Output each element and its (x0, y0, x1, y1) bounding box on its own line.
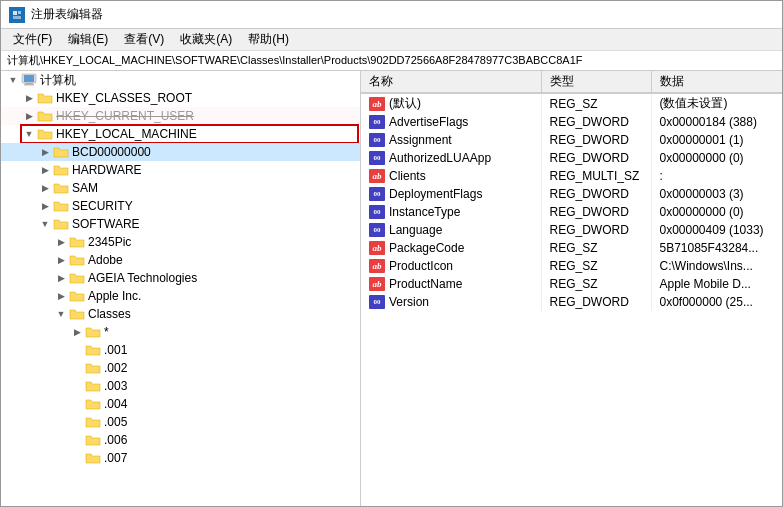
table-row[interactable]: 00AuthorizedLUAAppREG_DWORD0x00000000 (0… (361, 149, 782, 167)
folder-icon-star (85, 325, 101, 339)
reg-dword-icon: 00 (369, 187, 385, 201)
reg-name-text: AdvertiseFlags (389, 115, 468, 129)
folder-icon-bcd (53, 145, 69, 159)
node-004-label: .004 (104, 397, 127, 411)
menu-edit[interactable]: 编辑(E) (60, 29, 116, 50)
table-row[interactable]: 00LanguageREG_DWORD0x00000409 (1033) (361, 221, 782, 239)
node-005-label: .005 (104, 415, 127, 429)
tree-node-computer[interactable]: ▼ 计算机 (1, 71, 360, 89)
table-row[interactable]: 00InstanceTypeREG_DWORD0x00000000 (0) (361, 203, 782, 221)
node-hkcr-label: HKEY_CLASSES_ROOT (56, 91, 192, 105)
reg-name-cell: 00AdvertiseFlags (361, 113, 541, 131)
reg-name-cell: 00Language (361, 221, 541, 239)
reg-dword-icon: 00 (369, 151, 385, 165)
folder-icon-software (53, 217, 69, 231)
tree-node-software[interactable]: ▼ SOFTWARE (1, 215, 360, 233)
col-header-type[interactable]: 类型 (541, 71, 651, 93)
folder-icon-007 (85, 451, 101, 465)
reg-sz-icon: ab (369, 241, 385, 255)
reg-name-cell: 00Assignment (361, 131, 541, 149)
table-row[interactable]: abProductIconREG_SZC:\Windows\Ins... (361, 257, 782, 275)
tree-node-006[interactable]: ▶ .006 (1, 431, 360, 449)
reg-type-cell: REG_DWORD (541, 185, 651, 203)
expand-icon-bcd: ▶ (37, 144, 53, 160)
table-row[interactable]: ab(默认)REG_SZ(数值未设置) (361, 93, 782, 113)
tree-node-star[interactable]: ▶ * (1, 323, 360, 341)
tree-node-bcd[interactable]: ▶ BCD00000000 (1, 143, 360, 161)
tree-node-007[interactable]: ▶ .007 (1, 449, 360, 467)
menu-view[interactable]: 查看(V) (116, 29, 172, 50)
table-row[interactable]: 00VersionREG_DWORD0x0f000000 (25... (361, 293, 782, 311)
tree-node-hkcr[interactable]: ▶ HKEY_CLASSES_ROOT (1, 89, 360, 107)
table-row[interactable]: abClientsREG_MULTI_SZ: (361, 167, 782, 185)
tree-node-001[interactable]: ▶ .001 (1, 341, 360, 359)
tree-node-ageia[interactable]: ▶ AGEIA Technologies (1, 269, 360, 287)
tree-node-hkcu[interactable]: ▶ HKEY_CURRENT_USER (1, 107, 360, 125)
tree-node-security[interactable]: ▶ SECURITY (1, 197, 360, 215)
svg-rect-5 (24, 75, 34, 82)
reg-data-cell: 0x00000001 (1) (651, 131, 782, 149)
tree-node-sam[interactable]: ▶ SAM (1, 179, 360, 197)
table-row[interactable]: abPackageCodeREG_SZ5B71085F43284... (361, 239, 782, 257)
reg-name-text: PackageCode (389, 241, 464, 255)
right-panel[interactable]: 名称 类型 数据 ab(默认)REG_SZ(数值未设置)00AdvertiseF… (361, 71, 782, 506)
reg-data-cell: C:\Windows\Ins... (651, 257, 782, 275)
folder-icon-hkcu (37, 109, 53, 123)
col-header-data[interactable]: 数据 (651, 71, 782, 93)
reg-data-cell: 0x00000003 (3) (651, 185, 782, 203)
expand-icon-software: ▼ (37, 216, 53, 232)
folder-icon-006 (85, 433, 101, 447)
col-header-name[interactable]: 名称 (361, 71, 541, 93)
tree-node-003[interactable]: ▶ .003 (1, 377, 360, 395)
node-classes-label: Classes (88, 307, 131, 321)
expand-icon-star: ▶ (69, 324, 85, 340)
node-ageia-label: AGEIA Technologies (88, 271, 197, 285)
table-row[interactable]: 00AdvertiseFlagsREG_DWORD0x00000184 (388… (361, 113, 782, 131)
tree-node-classes[interactable]: ▼ Classes (1, 305, 360, 323)
folder-icon-hkcr (37, 91, 53, 105)
reg-data-cell: 0x00000409 (1033) (651, 221, 782, 239)
window-title: 注册表编辑器 (31, 6, 103, 23)
tree-node-002[interactable]: ▶ .002 (1, 359, 360, 377)
folder-icon-002 (85, 361, 101, 375)
reg-type-cell: REG_SZ (541, 275, 651, 293)
table-row[interactable]: 00DeploymentFlagsREG_DWORD0x00000003 (3) (361, 185, 782, 203)
tree-node-apple[interactable]: ▶ Apple Inc. (1, 287, 360, 305)
reg-sz-icon: ab (369, 277, 385, 291)
menu-file[interactable]: 文件(F) (5, 29, 60, 50)
reg-type-cell: REG_DWORD (541, 149, 651, 167)
table-row[interactable]: 00AssignmentREG_DWORD0x00000001 (1) (361, 131, 782, 149)
tree-node-2345pic[interactable]: ▶ 2345Pic (1, 233, 360, 251)
folder-icon-hardware (53, 163, 69, 177)
tree-node-hklm[interactable]: ▼ HKEY_LOCAL_MACHINE (21, 125, 358, 143)
expand-icon-apple: ▶ (53, 288, 69, 304)
svg-rect-2 (18, 11, 21, 14)
menu-favorites[interactable]: 收藏夹(A) (172, 29, 240, 50)
reg-type-cell: REG_DWORD (541, 293, 651, 311)
reg-dword-icon: 00 (369, 115, 385, 129)
expand-icon-sam: ▶ (37, 180, 53, 196)
tree-node-adobe[interactable]: ▶ Adobe (1, 251, 360, 269)
folder-icon-sam (53, 181, 69, 195)
node-hklm-label: HKEY_LOCAL_MACHINE (56, 127, 197, 141)
reg-type-cell: REG_SZ (541, 93, 651, 113)
tree-node-004[interactable]: ▶ .004 (1, 395, 360, 413)
registry-editor-window: 注册表编辑器 文件(F) 编辑(E) 查看(V) 收藏夹(A) 帮助(H) 计算… (0, 0, 783, 507)
tree-node-005[interactable]: ▶ .005 (1, 413, 360, 431)
reg-type-cell: REG_SZ (541, 239, 651, 257)
folder-icon-001 (85, 343, 101, 357)
reg-type-cell: REG_DWORD (541, 131, 651, 149)
reg-data-cell: 0x00000000 (0) (651, 149, 782, 167)
reg-dword-icon: 00 (369, 205, 385, 219)
expand-icon: ▼ (5, 72, 21, 88)
reg-type-cell: REG_DWORD (541, 113, 651, 131)
table-row[interactable]: abProductNameREG_SZApple Mobile D... (361, 275, 782, 293)
tree-node-hardware[interactable]: ▶ HARDWARE (1, 161, 360, 179)
menu-help[interactable]: 帮助(H) (240, 29, 297, 50)
node-adobe-label: Adobe (88, 253, 123, 267)
tree-panel[interactable]: ▼ 计算机 ▶ HKEY_CLASSES_ROOT (1, 71, 361, 506)
reg-dword-icon: 00 (369, 295, 385, 309)
folder-icon-apple (69, 289, 85, 303)
reg-data-cell: 0x00000000 (0) (651, 203, 782, 221)
expand-icon-hardware: ▶ (37, 162, 53, 178)
